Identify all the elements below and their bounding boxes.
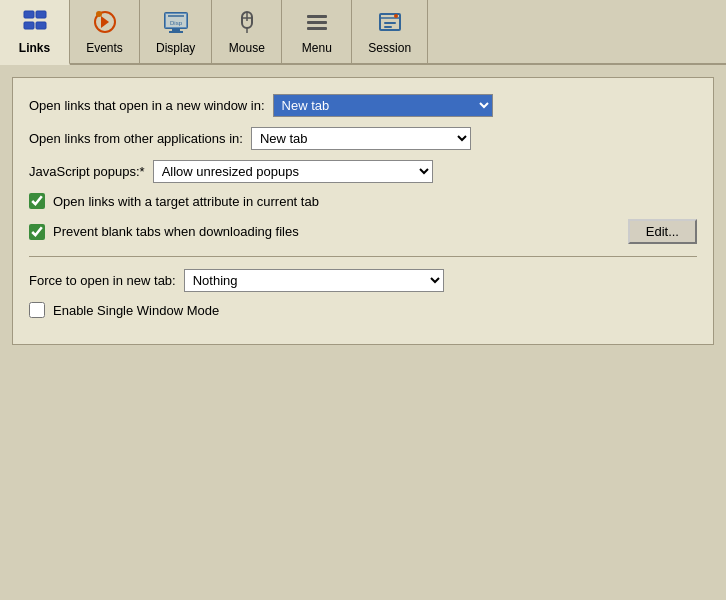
- force-select[interactable]: Nothing All links External links: [184, 269, 444, 292]
- svg-rect-18: [307, 27, 327, 30]
- force-row: Force to open in new tab: Nothing All li…: [29, 269, 697, 292]
- svg-rect-21: [384, 22, 396, 24]
- tab-menu[interactable]: Menu: [282, 0, 352, 63]
- svg-rect-2: [24, 22, 34, 29]
- toolbar: Links Events Disp Display: [0, 0, 726, 65]
- tab-links[interactable]: Links: [0, 0, 70, 65]
- javascript-select[interactable]: Allow unresized popups Allow all popups …: [153, 160, 433, 183]
- new-window-select[interactable]: New tab New window Current tab: [273, 94, 493, 117]
- events-icon: [89, 6, 121, 38]
- other-apps-select[interactable]: New tab New window Current tab: [251, 127, 471, 150]
- svg-text:Disp: Disp: [170, 20, 183, 26]
- svg-rect-1: [36, 11, 46, 18]
- tab-events-label: Events: [86, 41, 123, 55]
- svg-rect-3: [36, 22, 46, 29]
- tab-display[interactable]: Disp Display: [140, 0, 212, 63]
- checkbox1-label: Open links with a target attribute in cu…: [53, 194, 319, 209]
- javascript-label: JavaScript popups:*: [29, 164, 145, 179]
- new-window-label: Open links that open in a new window in:: [29, 98, 265, 113]
- checkbox2-input[interactable]: [29, 224, 45, 240]
- tab-links-label: Links: [19, 41, 50, 55]
- svg-rect-16: [307, 15, 327, 18]
- menu-icon: [301, 6, 333, 38]
- force-label: Force to open in new tab:: [29, 273, 176, 288]
- tab-session-label: Session: [368, 41, 411, 55]
- svg-rect-17: [307, 21, 327, 24]
- checkbox2-label: Prevent blank tabs when downloading file…: [53, 224, 299, 239]
- svg-rect-8: [172, 28, 180, 31]
- tab-mouse[interactable]: Mouse: [212, 0, 282, 63]
- checkbox3-row: Enable Single Window Mode: [29, 302, 697, 318]
- other-apps-row: Open links from other applications in: N…: [29, 127, 697, 150]
- svg-point-5: [96, 11, 102, 17]
- svg-point-20: [394, 14, 398, 18]
- tab-session[interactable]: Session: [352, 0, 428, 63]
- svg-rect-0: [24, 11, 34, 18]
- mouse-icon: [231, 6, 263, 38]
- checkbox1-input[interactable]: [29, 193, 45, 209]
- checkbox3-input[interactable]: [29, 302, 45, 318]
- tab-events[interactable]: Events: [70, 0, 140, 63]
- checkbox3-label: Enable Single Window Mode: [53, 303, 219, 318]
- svg-rect-22: [384, 26, 392, 28]
- display-icon: Disp: [160, 6, 192, 38]
- edit-button[interactable]: Edit...: [628, 219, 697, 244]
- javascript-row: JavaScript popups:* Allow unresized popu…: [29, 160, 697, 183]
- tab-mouse-label: Mouse: [229, 41, 265, 55]
- svg-rect-9: [169, 31, 183, 33]
- links-icon: [19, 6, 51, 38]
- session-icon: [374, 6, 406, 38]
- checkbox1-row: Open links with a target attribute in cu…: [29, 193, 697, 209]
- tab-display-label: Display: [156, 41, 195, 55]
- new-window-row: Open links that open in a new window in:…: [29, 94, 697, 117]
- divider: [29, 256, 697, 257]
- other-apps-label: Open links from other applications in:: [29, 131, 243, 146]
- content-area: Open links that open in a new window in:…: [12, 77, 714, 345]
- checkbox2-row: Prevent blank tabs when downloading file…: [29, 219, 697, 244]
- tab-menu-label: Menu: [302, 41, 332, 55]
